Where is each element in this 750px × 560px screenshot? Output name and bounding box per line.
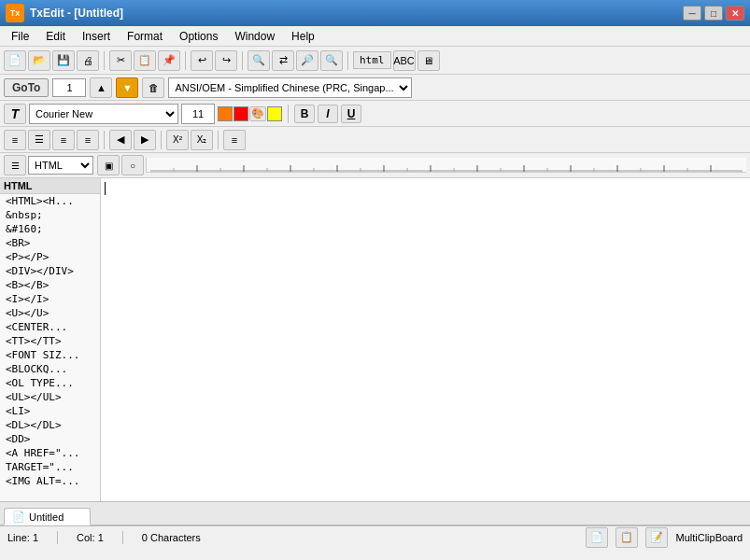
menu-file[interactable]: File <box>4 28 36 45</box>
status-icon-1[interactable]: 📄 <box>586 527 608 548</box>
status-right: 📄 📋 📝 MultiClipBoard <box>586 527 743 548</box>
tag-item[interactable]: TARGET="... <box>0 460 100 474</box>
tag-item[interactable]: &nbsp; <box>0 208 100 222</box>
tag-item[interactable]: <LI> <box>0 404 100 418</box>
copy-button[interactable]: 📋 <box>134 50 156 71</box>
find-button[interactable]: 🔍 <box>248 50 270 71</box>
redo-button[interactable]: ↪ <box>215 50 237 71</box>
indent-left-button[interactable]: ◀ <box>109 130 132 150</box>
tag-item[interactable]: <UL></UL> <box>0 390 100 404</box>
tag-item[interactable]: <CENTER... <box>0 320 100 334</box>
menu-bar: File Edit Insert Format Options Window H… <box>0 26 750 47</box>
find-replace-button[interactable]: ⇄ <box>272 50 294 71</box>
cut-button[interactable]: ✂ <box>109 50 132 71</box>
tag-item[interactable]: &#160; <box>0 222 100 236</box>
tag-item[interactable]: <P></P> <box>0 250 100 264</box>
tag-item[interactable]: <U></U> <box>0 306 100 320</box>
subscript-icon: X₂ <box>197 134 207 145</box>
sep5 <box>288 105 289 123</box>
tag-item[interactable]: <DIV></DIV> <box>0 264 100 278</box>
align-center-button[interactable]: ☰ <box>28 130 50 150</box>
tag-panel-toggle[interactable]: ☰ <box>4 155 26 175</box>
font-bar: T Courier New 🎨 B I U <box>0 101 750 127</box>
editor-area[interactable] <box>101 178 750 501</box>
status-icon-3[interactable]: 📝 <box>645 527 668 548</box>
tag-item[interactable]: <I></I> <box>0 292 100 306</box>
view-preview-button[interactable]: ○ <box>121 155 144 175</box>
sep1 <box>104 51 105 70</box>
toolbar-row-1: 📄 📂 💾 🖨 ✂ 📋 📌 ↩ ↪ 🔍 ⇄ 🔎 🔍 html ABC <box>0 47 750 75</box>
bold-button[interactable]: B <box>294 105 315 123</box>
tag-item[interactable]: <OL TYPE... <box>0 376 100 390</box>
goto-down-button[interactable]: ▼ <box>116 77 138 98</box>
zoom-in-button[interactable]: 🔎 <box>296 50 318 71</box>
mode-select[interactable]: HTML Text Hex <box>28 156 93 175</box>
maximize-button[interactable]: □ <box>704 6 723 21</box>
italic-button[interactable]: I <box>318 105 338 123</box>
encoding-select[interactable]: ANSI/OEM - Simplified Chinese (PRC, Sing… <box>168 77 412 98</box>
menu-options[interactable]: Options <box>172 28 225 45</box>
tag-panel-icon: ☰ <box>11 161 20 171</box>
tag-item[interactable]: <HTML><H... <box>0 194 100 208</box>
tag-item[interactable]: <DL></DL> <box>0 418 100 432</box>
align-right-button[interactable]: ≡ <box>52 130 75 150</box>
font-name-select[interactable]: Courier New <box>29 104 178 124</box>
tag-item[interactable]: <IMG ALT=... <box>0 474 100 488</box>
tag-item[interactable]: <A HREF="... <box>0 446 100 460</box>
goto-button[interactable]: GoTo <box>4 78 49 97</box>
font-size-input[interactable] <box>181 104 215 124</box>
tag-item[interactable]: <TT></TT> <box>0 334 100 348</box>
subscript-button[interactable]: X₂ <box>191 130 213 150</box>
tag-item[interactable]: <B></B> <box>0 278 100 292</box>
status-chars-text: 0 Characters <box>142 532 201 543</box>
cut-icon: ✂ <box>117 54 125 66</box>
tab-untitled[interactable]: 📄 Untitled <box>4 508 91 525</box>
clear-button[interactable]: 🗑 <box>142 77 164 98</box>
color-swatch-yellow[interactable] <box>267 106 282 121</box>
color-group: 🎨 <box>218 106 282 121</box>
tag-item[interactable]: <BR> <box>0 236 100 250</box>
menu-insert[interactable]: Insert <box>75 28 118 45</box>
superscript-button[interactable]: X² <box>166 130 189 150</box>
menu-window[interactable]: Window <box>227 28 282 45</box>
list-button[interactable]: ≡ <box>223 130 246 150</box>
paste-icon: 📌 <box>163 54 176 66</box>
open-button[interactable]: 📂 <box>28 50 50 71</box>
editor-content[interactable] <box>101 178 750 365</box>
goto-up-button[interactable]: ▲ <box>90 77 112 98</box>
menu-format[interactable]: Format <box>120 28 170 45</box>
title-bar: Tx TxEdit - [Untitled] ─ □ ✕ <box>0 0 750 26</box>
color-picker-button[interactable]: 🎨 <box>249 106 266 121</box>
status-col-text: Col: 1 <box>77 532 104 543</box>
view-source-button[interactable]: ▣ <box>97 155 120 175</box>
menu-edit[interactable]: Edit <box>38 28 73 45</box>
color-swatch-orange[interactable] <box>218 106 233 121</box>
tag-item[interactable]: <FONT SIZ... <box>0 348 100 362</box>
menu-help[interactable]: Help <box>284 28 322 45</box>
title-bar-text: TxEdit - [Untitled] <box>30 7 123 20</box>
indent-right-button[interactable]: ▶ <box>134 130 156 150</box>
status-icon-2[interactable]: 📋 <box>616 527 638 548</box>
print-icon: 🖨 <box>83 55 93 66</box>
paste-button[interactable]: 📌 <box>158 50 180 71</box>
print-button[interactable]: 🖨 <box>77 50 99 71</box>
underline-button[interactable]: U <box>341 105 361 123</box>
preview-button[interactable]: 🖥 <box>417 50 440 71</box>
tag-item[interactable]: <BLOCKQ... <box>0 362 100 376</box>
goto-input[interactable] <box>52 78 86 97</box>
indent-right-icon: ▶ <box>141 133 149 146</box>
sep6 <box>104 131 105 149</box>
save-button[interactable]: 💾 <box>52 50 75 71</box>
open-icon: 📂 <box>33 54 46 66</box>
align-left-button[interactable]: ≡ <box>4 130 26 150</box>
tag-list: <HTML><H...&nbsp;&#160;<BR><P></P><DIV><… <box>0 194 100 488</box>
undo-button[interactable]: ↩ <box>191 50 213 71</box>
close-button[interactable]: ✕ <box>726 6 744 21</box>
new-button[interactable]: 📄 <box>4 50 26 71</box>
color-swatch-red[interactable] <box>233 106 248 121</box>
align-justify-button[interactable]: ≡ <box>77 130 99 150</box>
zoom-out-button[interactable]: 🔍 <box>320 50 343 71</box>
spell-check-button[interactable]: ABC <box>393 50 416 71</box>
tag-item[interactable]: <DD> <box>0 432 100 446</box>
minimize-button[interactable]: ─ <box>683 6 701 21</box>
